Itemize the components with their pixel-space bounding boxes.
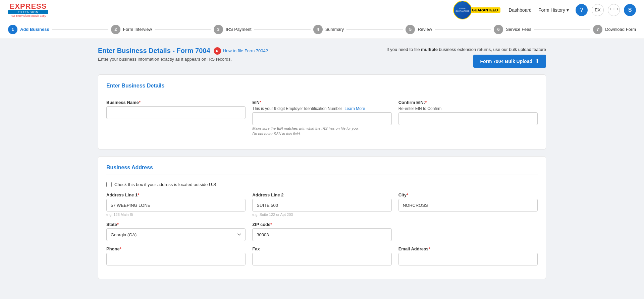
business-name-input[interactable] [106, 106, 246, 119]
ein-hint: This is your 9 digit Employer Identifica… [252, 106, 391, 111]
main-content: Enter Business Details - Form 7004 ▶ How… [87, 39, 557, 294]
confirm-ein-group: Confirm EIN:* Re-enter EIN to Confirm [398, 100, 538, 136]
email-input[interactable] [398, 253, 538, 265]
ein-label: EIN* [252, 100, 391, 105]
logo-express: EXPRESS [10, 3, 47, 10]
step-irs-payment[interactable]: 3 IRS Payment [214, 25, 252, 34]
confirm-ein-input[interactable] [398, 112, 538, 125]
fax-label: Fax [252, 246, 391, 251]
apps-button[interactable]: ⋮⋮⋮ [608, 4, 620, 16]
state-label: State* [106, 222, 246, 227]
business-details-card: Enter Business Details Business Name* EI… [98, 74, 546, 150]
step-3-circle: 3 [214, 25, 223, 34]
business-details-row: Business Name* EIN* This is your 9 digit… [106, 100, 538, 136]
step-4-label: Summary [325, 27, 344, 32]
step-connector-6 [534, 29, 590, 29]
form-history-link[interactable]: Form History ▾ [538, 7, 569, 13]
step-form-interview[interactable]: 2 Form Interview [111, 25, 152, 34]
address-line2-label: Address Line 2 [252, 192, 391, 197]
zip-group: ZIP code* [252, 222, 391, 241]
step-connector-5 [435, 29, 491, 29]
logo: EXPRESS EXTENSION Tax Extensions made ea… [8, 3, 48, 17]
city-input[interactable] [398, 199, 538, 212]
page-header-right: If you need to file multiple business ex… [386, 47, 546, 68]
outside-us-checkbox[interactable] [106, 182, 112, 187]
bulk-upload-label: Form 7004 Bulk Upload [480, 59, 532, 64]
step-5-circle: 5 [406, 25, 415, 34]
email-group: Email Address* [398, 246, 538, 265]
business-details-title: Enter Business Details [106, 83, 538, 93]
outside-us-row: Check this box if your address is locate… [106, 182, 538, 187]
city-label: City* [398, 192, 538, 197]
search-button[interactable]: EX [592, 4, 604, 16]
city-group: City* [398, 192, 538, 217]
step-6-label: Service Fees [506, 27, 531, 32]
fax-input[interactable] [252, 253, 391, 265]
step-add-business[interactable]: 1 Add Business [8, 25, 49, 34]
page-title: Enter Business Details - Form 7004 [98, 47, 210, 55]
ein-learn-more-link[interactable]: Learn More [344, 106, 365, 111]
step-6-circle: 6 [494, 25, 503, 34]
logo-extension: EXTENSION [8, 10, 48, 14]
youtube-link-label: How to file Form 7004? [223, 48, 268, 53]
step-summary[interactable]: 4 Summary [313, 25, 344, 34]
step-download-form[interactable]: 7 Download Form [593, 25, 636, 34]
bulk-info-text: If you need to file multiple business ex… [386, 47, 546, 52]
phone-label: Phone* [106, 246, 246, 251]
page-title-row: Enter Business Details - Form 7004 ▶ How… [98, 47, 268, 55]
state-group: State* Georgia (GA) Alabama (AL) Alaska … [106, 222, 246, 241]
upload-icon: ⬆ [535, 58, 539, 64]
page-subtitle: Enter your business information exactly … [98, 57, 268, 62]
step-5-label: Review [418, 27, 432, 32]
business-name-group: Business Name* [106, 100, 246, 136]
step-2-label: Form Interview [123, 27, 152, 32]
badge-icon: E-FILEGUARANTEED [453, 1, 472, 19]
step-7-circle: 7 [593, 25, 602, 34]
address-line2-input[interactable] [252, 199, 391, 212]
step-3-label: IRS Payment [226, 27, 252, 32]
guarantee-badge: E-FILEGUARANTEED GUARANTEED [453, 1, 501, 19]
step-7-label: Download Form [605, 27, 636, 32]
empty-group [398, 222, 538, 241]
step-connector-1 [52, 29, 108, 29]
address-line2-group: Address Line 2 e.g. Suite 122 or Apt 203 [252, 192, 391, 217]
ein-note1: Make sure the EIN matches with what the … [252, 126, 391, 130]
address-line2-hint: e.g. Suite 122 or Apt 203 [252, 213, 391, 217]
ein-group: EIN* This is your 9 digit Employer Ident… [252, 100, 391, 136]
step-review[interactable]: 5 Review [406, 25, 432, 34]
business-address-card: Business Address Check this box if your … [98, 156, 546, 279]
phone-input[interactable] [106, 253, 246, 265]
header-nav: Dashboard Form History ▾ [508, 7, 569, 13]
user-avatar[interactable]: S [624, 4, 636, 16]
logo-area: EXPRESS EXTENSION Tax Extensions made ea… [8, 3, 48, 17]
step-connector-2 [155, 29, 211, 29]
zip-label: ZIP code* [252, 222, 391, 227]
help-button[interactable]: ? [576, 4, 588, 16]
dashboard-link[interactable]: Dashboard [508, 7, 532, 13]
step-1-circle: 1 [8, 25, 17, 34]
address-line1-input[interactable] [106, 199, 246, 212]
state-select[interactable]: Georgia (GA) Alabama (AL) Alaska (AK) Ar… [106, 228, 246, 241]
address-row-2: State* Georgia (GA) Alabama (AL) Alaska … [106, 222, 538, 241]
step-service-fees[interactable]: 6 Service Fees [494, 25, 531, 34]
step-connector-4 [346, 29, 403, 29]
contact-row: Phone* Fax Email Address* [106, 246, 538, 265]
phone-group: Phone* [106, 246, 246, 265]
youtube-link[interactable]: ▶ How to file Form 7004? [214, 47, 268, 55]
page-header-left: Enter Business Details - Form 7004 ▶ How… [98, 47, 268, 62]
business-name-label: Business Name* [106, 100, 246, 105]
bulk-upload-button[interactable]: Form 7004 Bulk Upload ⬆ [473, 55, 546, 68]
address-row-1: Address Line 1* e.g. 123 Main St Address… [106, 192, 538, 217]
outside-us-label: Check this box if your address is locate… [114, 182, 216, 187]
business-address-title: Business Address [106, 165, 538, 175]
confirm-ein-label: Confirm EIN:* [398, 100, 538, 105]
ein-note2: Do not enter SSN in this field. [252, 132, 391, 136]
address-line1-label: Address Line 1* [106, 192, 246, 197]
step-4-circle: 4 [313, 25, 323, 34]
address-line1-group: Address Line 1* e.g. 123 Main St [106, 192, 246, 217]
step-2-circle: 2 [111, 25, 120, 34]
header: EXPRESS EXTENSION Tax Extensions made ea… [0, 0, 644, 20]
ein-input[interactable] [252, 112, 391, 125]
zip-input[interactable] [252, 228, 391, 241]
header-icons: ? EX ⋮⋮⋮ S [576, 4, 636, 16]
